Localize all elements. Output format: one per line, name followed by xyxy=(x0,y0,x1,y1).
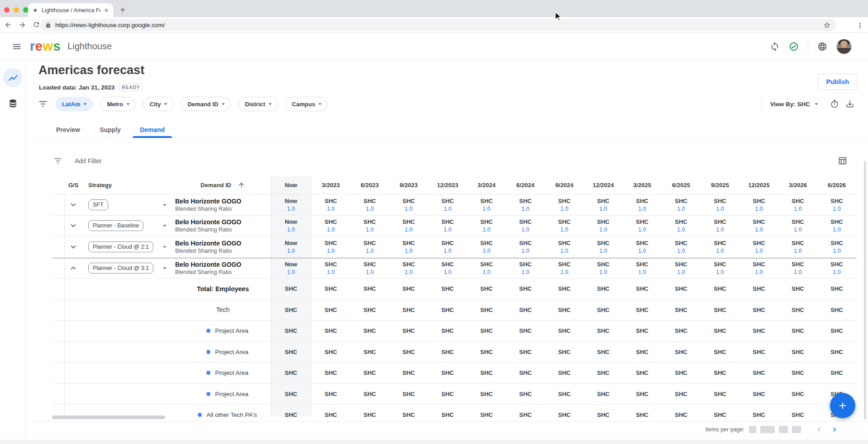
cell-value-link[interactable]: 1.0 xyxy=(755,248,763,254)
cell-value-link[interactable]: 1.0 xyxy=(677,206,685,212)
cell-value-link[interactable]: 1.0 xyxy=(755,269,763,275)
cell-value-link[interactable]: 1.0 xyxy=(287,206,295,212)
cell-value-link[interactable]: 1.0 xyxy=(327,206,334,212)
window-minimize-button[interactable] xyxy=(14,7,19,13)
period-column-header[interactable]: 3/2025 xyxy=(623,176,662,194)
cell-value-link[interactable]: 1.0 xyxy=(405,227,412,233)
cell-value-link[interactable]: 1.0 xyxy=(405,248,412,254)
cell-value-link[interactable]: 1.0 xyxy=(444,206,451,212)
browser-menu-icon[interactable] xyxy=(855,20,865,30)
cell-value-link[interactable]: 1.0 xyxy=(444,227,451,233)
window-close-button[interactable] xyxy=(4,7,10,13)
add-fab-button[interactable] xyxy=(830,393,855,418)
cell-value-link[interactable]: 1.0 xyxy=(638,269,646,275)
table-columns-icon[interactable] xyxy=(838,156,847,165)
period-column-header[interactable]: 3/2026 xyxy=(778,176,817,194)
sync-icon[interactable] xyxy=(770,42,780,52)
cell-value-link[interactable]: 1.0 xyxy=(677,269,685,275)
filter-chip-campus[interactable]: Campus xyxy=(285,97,328,111)
demand-id-column-header[interactable]: Demand ID xyxy=(174,176,271,194)
cell-value-link[interactable]: 1.0 xyxy=(599,248,607,254)
cell-value-link[interactable]: 1.0 xyxy=(287,227,295,233)
expand-less-icon[interactable] xyxy=(68,263,78,273)
cell-value-link[interactable]: 1.0 xyxy=(327,248,334,254)
avatar[interactable] xyxy=(836,39,852,54)
cell-value-link[interactable]: 1.0 xyxy=(599,269,607,275)
cell-value-link[interactable]: 1.0 xyxy=(482,269,490,275)
cell-value-link[interactable]: 1.0 xyxy=(638,248,646,254)
period-column-header[interactable]: 3/2024 xyxy=(467,176,506,194)
tab-close-icon[interactable]: ✕ xyxy=(104,7,109,14)
cell-value-link[interactable]: 1.0 xyxy=(327,269,334,275)
cell-value-link[interactable]: 1.0 xyxy=(794,206,801,212)
strategy-chip[interactable]: Planner - Cloud @ 3:1 xyxy=(88,263,153,274)
cell-value-link[interactable]: 1.0 xyxy=(716,269,724,275)
period-column-header[interactable]: 9/2025 xyxy=(701,176,739,194)
browser-tab[interactable]: ★ Lighthouse / America Forecast ✕ xyxy=(28,3,113,17)
globe-icon[interactable] xyxy=(817,42,827,52)
cell-value-link[interactable]: 1.0 xyxy=(521,227,529,233)
period-column-header[interactable]: 6/2024 xyxy=(506,176,545,194)
cell-value-link[interactable]: 1.0 xyxy=(521,206,529,212)
download-icon[interactable] xyxy=(842,97,858,111)
filter-chip-city[interactable]: City xyxy=(143,97,174,111)
back-icon[interactable] xyxy=(2,19,14,31)
tab-demand[interactable]: Demand xyxy=(131,121,173,138)
cell-value-link[interactable]: 1.0 xyxy=(794,248,801,254)
cell-value-link[interactable]: 1.0 xyxy=(833,227,840,233)
cell-value-link[interactable]: 1.0 xyxy=(366,269,373,275)
cell-value-link[interactable]: 1.0 xyxy=(833,269,840,275)
gs-column-header[interactable]: G/S xyxy=(65,176,87,194)
cell-value-link[interactable]: 1.0 xyxy=(366,206,373,212)
cell-value-link[interactable]: 1.0 xyxy=(405,269,412,275)
period-column-header[interactable]: 6/2023 xyxy=(350,176,389,194)
nav-forecast-chart-item[interactable] xyxy=(3,68,23,87)
cell-value-link[interactable]: 1.0 xyxy=(521,248,529,254)
tab-preview[interactable]: Preview xyxy=(47,121,89,138)
menu-hamburger-icon[interactable] xyxy=(12,42,22,52)
expand-more-icon[interactable] xyxy=(68,221,78,231)
period-column-header[interactable]: 6/2025 xyxy=(662,176,701,194)
url-bar[interactable]: https://rews-lighthouse.corp.google.com/ xyxy=(40,19,836,31)
next-page-icon[interactable] xyxy=(829,424,840,435)
cell-value-link[interactable]: 1.0 xyxy=(833,248,840,254)
expand-more-icon[interactable] xyxy=(68,242,78,252)
strategy-chip[interactable]: Planner - Baseline xyxy=(88,220,143,231)
cell-value-link[interactable]: 1.0 xyxy=(287,269,295,275)
period-column-header[interactable]: 12/2025 xyxy=(739,176,778,194)
now-column-header[interactable]: Now xyxy=(271,176,311,194)
cell-value-link[interactable]: 1.0 xyxy=(716,227,724,233)
filter-chip-metro[interactable]: Metro xyxy=(100,97,135,111)
cell-value-link[interactable]: 1.0 xyxy=(521,269,529,275)
cell-value-link[interactable]: 1.0 xyxy=(366,248,373,254)
strategy-chip[interactable]: Planner - Cloud @ 2:1 xyxy=(88,241,153,252)
cell-value-link[interactable]: 1.0 xyxy=(444,248,451,254)
timer-icon[interactable] xyxy=(827,97,842,111)
sort-ascending-icon[interactable] xyxy=(238,181,245,189)
cell-value-link[interactable]: 1.0 xyxy=(638,206,646,212)
cell-value-link[interactable]: 1.0 xyxy=(794,227,801,233)
filter-chip-district[interactable]: District xyxy=(238,97,278,111)
new-tab-button[interactable]: + xyxy=(117,4,129,16)
cell-value-link[interactable]: 1.0 xyxy=(599,227,607,233)
cell-value-link[interactable]: 1.0 xyxy=(716,248,724,254)
period-column-header[interactable]: 12/2023 xyxy=(428,176,467,194)
cell-value-link[interactable]: 1.0 xyxy=(677,248,685,254)
strategy-dropdown[interactable] xyxy=(161,222,169,230)
horizontal-scrollbar[interactable] xyxy=(52,416,165,419)
view-by-dropdown[interactable]: View By: SHC xyxy=(770,100,820,108)
strategy-dropdown[interactable] xyxy=(161,264,169,272)
cell-value-link[interactable]: 1.0 xyxy=(638,227,646,233)
cell-value-link[interactable]: 1.0 xyxy=(366,227,373,233)
period-column-header[interactable]: 3/2023 xyxy=(311,176,350,194)
period-column-header[interactable]: 9/2023 xyxy=(389,176,428,194)
cell-value-link[interactable]: 1.0 xyxy=(833,206,840,212)
vertical-scrollbar[interactable] xyxy=(864,161,866,420)
strategy-dropdown[interactable] xyxy=(161,201,169,209)
strategy-chip[interactable]: SFT xyxy=(88,199,108,210)
strategy-column-header[interactable]: Strategy xyxy=(87,176,174,194)
cell-value-link[interactable]: 1.0 xyxy=(560,248,568,254)
add-filter-button[interactable]: Add Filter xyxy=(53,154,102,168)
cell-value-link[interactable]: 1.0 xyxy=(716,206,724,212)
forward-icon[interactable] xyxy=(16,19,28,31)
